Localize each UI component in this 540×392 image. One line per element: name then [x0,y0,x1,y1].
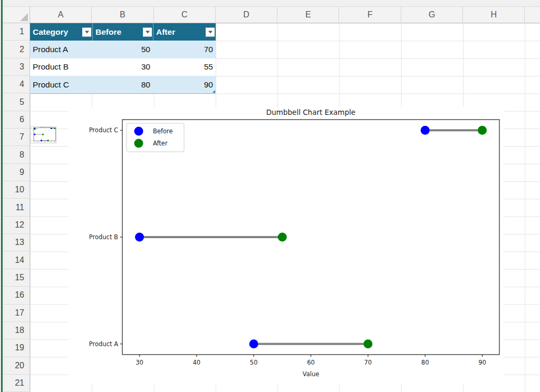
table-row: Product C 80 90 [30,76,216,93]
column-header-C[interactable]: C [154,7,216,23]
row-header-18[interactable]: 18 [3,322,30,339]
column-header-G[interactable]: G [401,7,463,23]
y-tick-label: Product C [31,128,33,129]
after-header-label: After [156,27,175,37]
select-all-corner[interactable] [3,7,30,23]
cell-A4[interactable]: Product C [30,76,92,93]
row-header-11[interactable]: 11 [3,199,30,216]
before-marker [421,126,430,135]
row-header-8[interactable]: 8 [3,146,30,163]
table-row: Product B 30 55 [30,58,216,76]
after-marker [363,339,372,348]
before-marker [249,339,258,348]
row-header-10[interactable]: 10 [3,181,30,199]
after-marker [47,140,49,141]
x-tick-label: 70 [47,142,49,143]
cell-C2[interactable]: 70 [153,41,216,58]
y-tick-label: Product A [89,340,118,348]
cell-A2[interactable]: Product A [30,41,92,58]
before-marker [51,128,52,129]
filter-dropdown-icon [146,31,150,33]
row-header-19[interactable]: 19 [3,339,30,357]
before-marker [41,140,42,141]
after-marker [278,233,287,242]
dumbbell-chart-image: Dumbbell Chart Example30405060708090Valu… [69,107,504,385]
after-marker [54,128,55,129]
column-header-D[interactable]: D [216,7,277,23]
row-header-6[interactable]: 6 [3,111,30,129]
row-header-15[interactable]: 15 [3,269,30,287]
cell-C1-after-header[interactable]: After [153,23,216,41]
cell-B3[interactable]: 30 [92,58,153,76]
table-resize-handle[interactable] [213,90,215,93]
chart-thumbnail-image: Dumbbell Chart Example30405060708090Valu… [31,127,56,143]
filter-dropdown-icon [85,31,89,33]
select-all-triangle-icon [20,13,28,21]
row-header-20[interactable]: 20 [3,357,30,375]
row-header-5[interactable]: 5 [3,93,30,111]
table-row: Product A 50 70 [30,41,216,58]
embedded-dumbbell-chart[interactable]: Dumbbell Chart Example30405060708090Valu… [69,107,504,385]
x-tick-label: 50 [250,359,258,366]
x-tick-label: 30 [34,142,35,143]
column-header-H[interactable]: H [463,7,525,23]
cell-C4[interactable]: 90 [153,76,216,93]
before-marker [135,233,144,242]
row-header-7[interactable]: 7 [3,129,30,146]
row-header-12[interactable]: 12 [3,217,30,234]
after-marker [42,133,44,135]
row-header-column: 123456789101112131415161718192021 [3,23,30,392]
row-header-17[interactable]: 17 [3,305,30,322]
y-tick-label: Product B [31,134,33,135]
legend-marker-before [134,127,143,136]
column-header-E[interactable]: E [277,7,339,23]
row-header-4[interactable]: 4 [3,76,30,93]
y-tick-label: Product C [89,126,118,134]
column-header-bar: ABCDEFGH [30,7,540,23]
cell-A1-category-header[interactable]: Category [30,23,92,41]
x-axis-label: Value [303,370,320,378]
excel-worksheet: ABCDEFGH 1234567891011121314151617181920… [0,0,540,392]
table-header-row: Category Before After [30,23,216,41]
cell-B2[interactable]: 50 [92,41,153,58]
row-header-14[interactable]: 14 [3,251,30,269]
y-tick-label: Product B [89,233,118,241]
row-header-1[interactable]: 1 [3,23,30,41]
before-filter-button[interactable] [143,27,152,36]
after-filter-button[interactable] [206,27,215,36]
filter-dropdown-icon [208,31,213,33]
x-tick-label: 70 [364,359,372,366]
column-header-A[interactable]: A [30,7,92,23]
formula-bar-bottom-strip [3,0,540,7]
row-header-13[interactable]: 13 [3,234,30,251]
legend-marker-after [134,139,143,148]
category-header-label: Category [33,27,68,37]
x-tick-label: 50 [41,142,42,143]
row-header-16[interactable]: 16 [3,287,30,304]
legend-label-after: After [153,140,168,147]
cell-C3[interactable]: 55 [153,58,216,76]
x-tick-label: 60 [307,359,315,366]
row-header-9[interactable]: 9 [3,164,30,181]
row-header-3[interactable]: 3 [3,58,30,76]
category-filter-button[interactable] [82,27,91,36]
column-header-F[interactable]: F [339,7,401,23]
chart-thumbnail-object[interactable]: Dumbbell Chart Example30405060708090Valu… [30,126,56,143]
y-tick-label: Product A [31,140,33,141]
column-header-partial[interactable] [525,7,540,23]
legend-label-before: Before [153,128,173,135]
row-header-21[interactable]: 21 [3,375,30,392]
x-tick-label: 30 [136,359,143,366]
column-header-B[interactable]: B [92,7,153,23]
cell-A3[interactable]: Product B [30,58,92,76]
before-header-label: Before [95,27,121,37]
cell-B1-before-header[interactable]: Before [92,23,153,41]
x-tick-label: 90 [478,359,486,366]
x-tick-label: 40 [37,142,38,143]
x-tick-label: 80 [421,359,429,366]
cell-B4[interactable]: 80 [92,76,153,93]
row-header-2[interactable]: 2 [3,41,30,58]
chart-title: Dumbbell Chart Example [266,108,355,116]
x-tick-label: 90 [54,142,55,143]
data-table: Category Before After Product A 50 70 Pr… [30,23,216,94]
